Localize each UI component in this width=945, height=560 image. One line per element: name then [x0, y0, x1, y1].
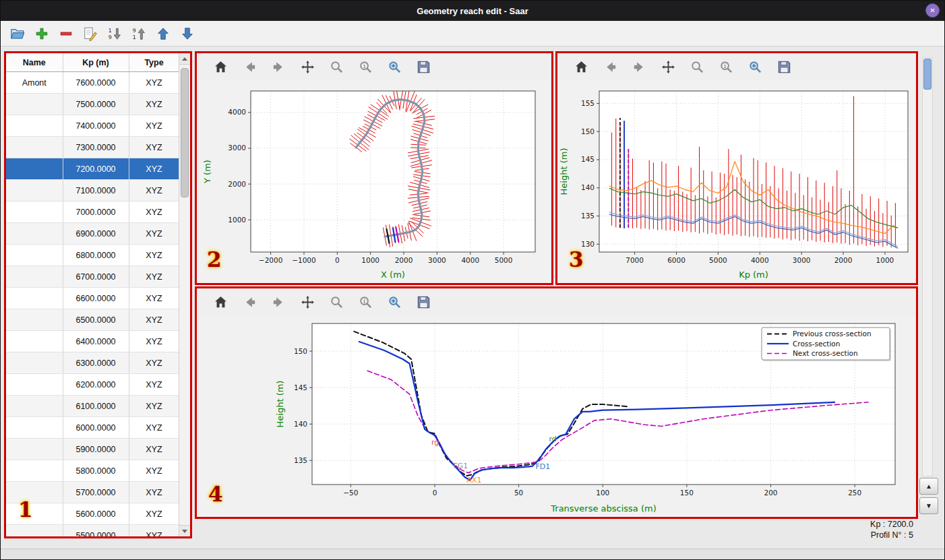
cell-name[interactable]	[6, 137, 63, 158]
cell-type[interactable]: XYZ	[129, 266, 179, 288]
table-scrollbar-thumb[interactable]	[181, 68, 189, 197]
plan-chart-canvas[interactable]: −2000−1000010002000300040005000100020003…	[197, 80, 551, 283]
cell-kp[interactable]: 5500.0000	[63, 525, 129, 537]
cell-name[interactable]	[6, 288, 63, 309]
cell-type[interactable]: XYZ	[129, 503, 179, 525]
cell-name[interactable]	[6, 245, 63, 266]
table-row[interactable]: 6300.0000XYZ	[6, 352, 179, 374]
cell-type[interactable]: XYZ	[129, 309, 179, 331]
profile-up-button[interactable]: ▲	[919, 478, 938, 495]
move-profile-down-button[interactable]	[179, 25, 196, 42]
table-row[interactable]: 7100.0000XYZ	[6, 180, 179, 201]
cell-name[interactable]	[6, 374, 63, 396]
cell-type[interactable]: XYZ	[129, 439, 179, 460]
close-button[interactable]: ✕	[925, 3, 940, 18]
cell-name[interactable]	[6, 201, 63, 223]
table-scroll-up-button[interactable]	[179, 53, 190, 65]
cell-kp[interactable]: 7300.0000	[63, 137, 129, 158]
cell-kp[interactable]: 7100.0000	[63, 180, 129, 201]
open-geometry-button[interactable]	[9, 25, 26, 42]
cell-kp[interactable]: 6200.0000	[63, 374, 129, 396]
zoom-info-button[interactable]: i	[357, 58, 374, 75]
save-figure-button[interactable]	[415, 58, 432, 75]
table-row[interactable]: 6900.0000XYZ	[6, 223, 179, 245]
sort-ascending-button[interactable]: 19	[106, 25, 123, 42]
home-button[interactable]	[212, 293, 229, 311]
table-row[interactable]: 7200.0000XYZ	[6, 158, 179, 180]
cell-type[interactable]: XYZ	[129, 137, 179, 158]
cell-kp[interactable]: 5800.0000	[63, 460, 129, 482]
cell-kp[interactable]: 7000.0000	[63, 201, 129, 223]
cross-section-chart-canvas[interactable]: −50050100150200250135140145150Transverse…	[197, 315, 916, 517]
cell-name[interactable]	[6, 94, 63, 115]
cell-name[interactable]	[6, 352, 63, 374]
save-figure-button[interactable]	[415, 293, 432, 311]
cell-type[interactable]: XYZ	[129, 482, 179, 503]
cell-name[interactable]	[6, 266, 63, 288]
cell-type[interactable]: XYZ	[129, 525, 179, 537]
forward-button[interactable]	[270, 58, 287, 75]
cell-name[interactable]	[6, 331, 63, 352]
cell-type[interactable]: XYZ	[129, 352, 179, 374]
table-row[interactable]: 6200.0000XYZ	[6, 374, 179, 396]
cell-kp[interactable]: 7600.0000	[63, 72, 129, 94]
cell-type[interactable]: XYZ	[129, 201, 179, 223]
cell-type[interactable]: XYZ	[129, 331, 179, 352]
cell-type[interactable]: XYZ	[129, 72, 179, 94]
sort-descending-button[interactable]: 91	[130, 25, 148, 42]
cell-kp[interactable]: 7200.0000	[63, 158, 129, 180]
table-row[interactable]: 6100.0000XYZ	[6, 396, 179, 417]
cell-kp[interactable]: 6300.0000	[63, 352, 129, 374]
forward-button[interactable]	[630, 58, 648, 75]
cell-type[interactable]: XYZ	[129, 396, 179, 417]
forward-button[interactable]	[270, 293, 287, 311]
add-profile-button[interactable]	[33, 25, 51, 42]
table-scrollbar[interactable]	[179, 53, 190, 536]
zoom-info-button[interactable]: i	[357, 293, 374, 311]
cell-kp[interactable]: 6000.0000	[63, 417, 129, 439]
zoom-button[interactable]	[328, 293, 345, 311]
table-row[interactable]: 7500.0000XYZ	[6, 94, 179, 115]
cell-name[interactable]	[6, 158, 63, 180]
cell-type[interactable]: XYZ	[129, 417, 179, 439]
cell-type[interactable]: XYZ	[129, 223, 179, 245]
cell-name[interactable]	[6, 309, 63, 331]
cell-name[interactable]	[6, 115, 63, 137]
home-button[interactable]	[212, 58, 229, 75]
cell-kp[interactable]: 6400.0000	[63, 331, 129, 352]
cell-type[interactable]: XYZ	[129, 180, 179, 201]
cell-type[interactable]: XYZ	[129, 460, 179, 482]
zoom-settings-button[interactable]	[746, 58, 764, 75]
zoom-settings-button[interactable]	[386, 58, 403, 75]
profile-down-button[interactable]: ▼	[919, 497, 938, 514]
table-row[interactable]: 6800.0000XYZ	[6, 245, 179, 266]
home-button[interactable]	[572, 58, 590, 75]
cell-type[interactable]: XYZ	[129, 374, 179, 396]
back-button[interactable]	[241, 293, 258, 311]
zoom-button[interactable]	[688, 58, 706, 75]
table-row[interactable]: Amont7600.0000XYZ	[6, 72, 179, 94]
cell-name[interactable]	[6, 223, 63, 245]
table-row[interactable]: 6400.0000XYZ	[6, 331, 179, 352]
cell-type[interactable]: XYZ	[129, 94, 179, 115]
cell-kp[interactable]: 6700.0000	[63, 266, 129, 288]
cell-type[interactable]: XYZ	[129, 158, 179, 180]
table-row[interactable]: 5800.0000XYZ	[6, 460, 179, 482]
table-row[interactable]: 5500.0000XYZ	[6, 525, 179, 537]
table-row[interactable]: 6600.0000XYZ	[6, 288, 179, 309]
cell-name[interactable]	[6, 439, 63, 460]
remove-profile-button[interactable]	[57, 25, 75, 42]
pan-button[interactable]	[659, 58, 677, 75]
titlebar[interactable]: Geometry reach edit - Saar ✕	[1, 1, 944, 21]
move-profile-up-button[interactable]	[154, 25, 172, 42]
cell-kp[interactable]: 5900.0000	[63, 439, 129, 460]
cell-name[interactable]	[6, 525, 63, 537]
cell-name[interactable]	[6, 180, 63, 201]
cell-kp[interactable]: 7500.0000	[63, 94, 129, 115]
cell-name[interactable]	[6, 503, 63, 525]
table-scroll-down-button[interactable]	[179, 525, 190, 536]
cell-kp[interactable]: 6600.0000	[63, 288, 129, 309]
main-scrollbar-thumb[interactable]	[923, 59, 932, 90]
main-scrollbar[interactable]	[922, 57, 933, 476]
cell-name[interactable]	[6, 396, 63, 417]
